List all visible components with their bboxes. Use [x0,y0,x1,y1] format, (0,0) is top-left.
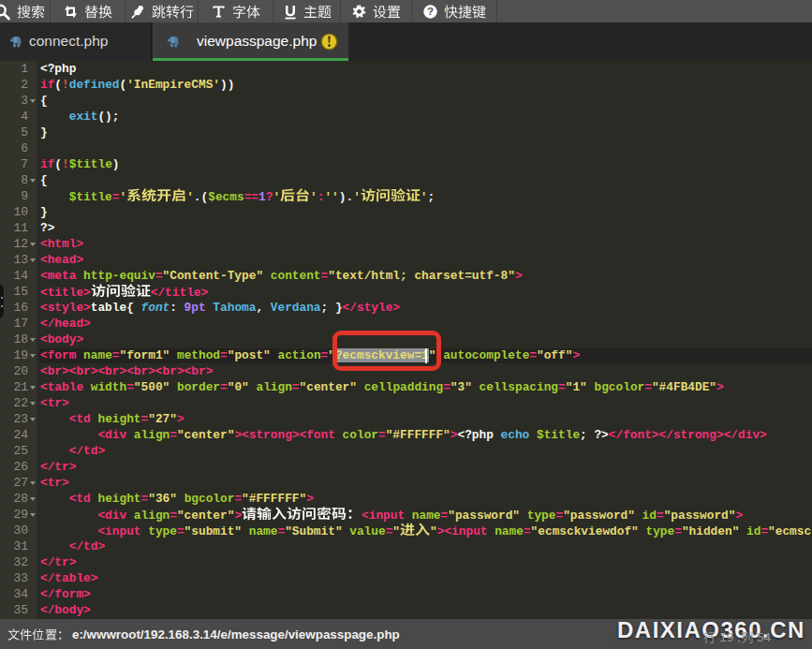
svg-text:?: ? [427,6,434,17]
